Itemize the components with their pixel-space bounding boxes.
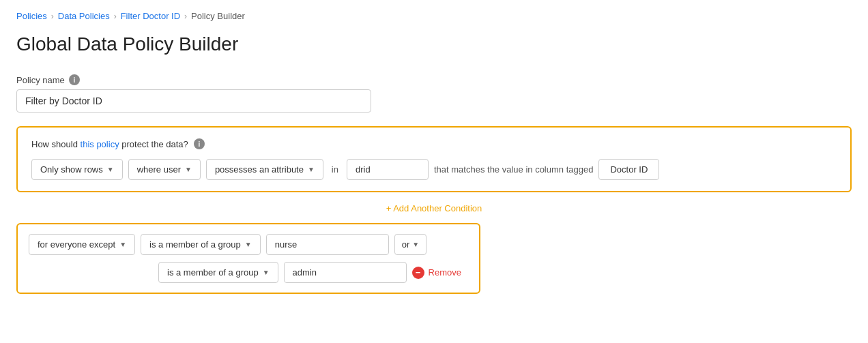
in-label: in [329,164,341,175]
column-tag-button[interactable]: Doctor ID [598,159,659,180]
member-group-dropdown-2[interactable]: is a member of a group ▼ [158,262,278,283]
breadcrumb: Policies › Data Policies › Filter Doctor… [16,11,852,21]
breadcrumb-filter-doctor-id[interactable]: Filter Doctor ID [121,11,180,21]
policy-name-label: Policy name i [16,74,852,85]
member-group-2-arrow-icon: ▼ [263,269,270,276]
breadcrumb-sep-1: › [51,12,54,21]
for-everyone-arrow-icon: ▼ [119,241,126,248]
exception-row-1: for everyone except ▼ is a member of a g… [29,234,468,255]
member-group-dropdown-1[interactable]: is a member of a group ▼ [141,234,261,255]
attribute-input[interactable] [347,159,429,180]
exceptions-box: for everyone except ▼ is a member of a g… [16,223,480,294]
exception-row-2: is a member of a group ▼ − Remove [29,262,468,283]
breadcrumb-data-policies[interactable]: Data Policies [58,11,110,21]
group-input-2[interactable] [284,262,407,283]
protect-info-icon[interactable]: i [194,138,205,149]
protect-question: How should this policy protect the data?… [31,138,837,149]
breadcrumb-policy-builder: Policy Builder [191,11,245,21]
protect-data-box: How should this policy protect the data?… [16,126,852,192]
policy-name-info-icon[interactable]: i [69,74,80,85]
breadcrumb-sep-3: › [184,12,187,21]
remove-button[interactable]: − Remove [412,267,461,279]
or-arrow-icon: ▼ [412,241,419,248]
breadcrumb-sep-2: › [114,12,117,21]
show-rows-dropdown[interactable]: Only show rows ▼ [31,159,123,180]
show-rows-arrow-icon: ▼ [107,166,114,173]
possesses-dropdown[interactable]: possesses an attribute ▼ [206,159,323,180]
breadcrumb-policies[interactable]: Policies [16,11,47,21]
for-everyone-dropdown[interactable]: for everyone except ▼ [29,234,135,255]
matches-label: that matches the value in column tagged [434,164,593,175]
group-input-1[interactable] [266,234,389,255]
remove-icon: − [412,267,424,279]
where-user-dropdown[interactable]: where user ▼ [128,159,201,180]
row-builder: Only show rows ▼ where user ▼ possesses … [31,159,837,180]
policy-name-input[interactable] [16,89,371,113]
add-condition[interactable]: + Add Another Condition [16,203,852,213]
member-group-1-arrow-icon: ▼ [245,241,252,248]
page-title: Global Data Policy Builder [16,33,852,55]
or-dropdown[interactable]: or ▼ [394,234,426,255]
possesses-arrow-icon: ▼ [308,166,315,173]
where-user-arrow-icon: ▼ [185,166,192,173]
